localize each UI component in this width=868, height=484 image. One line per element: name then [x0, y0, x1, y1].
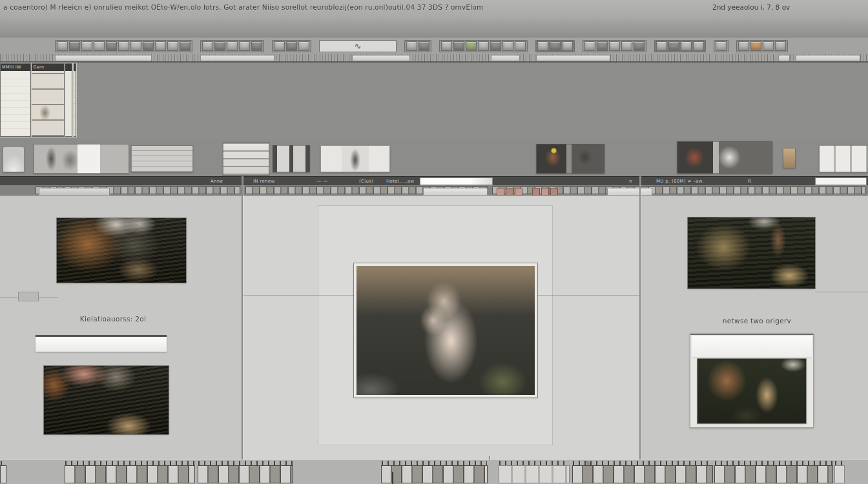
bottom-filmstrip-segment[interactable]	[198, 465, 293, 483]
tool-button[interactable]	[466, 41, 477, 51]
tool-button[interactable]	[738, 41, 749, 51]
tool-button[interactable]	[118, 41, 129, 51]
tool-button[interactable]	[274, 41, 285, 51]
tool-button[interactable]	[537, 41, 548, 51]
sub-thumbnail[interactable]	[536, 144, 604, 174]
left-input-strip[interactable]	[36, 335, 167, 352]
tool-button[interactable]	[286, 41, 297, 51]
tool-button[interactable]	[167, 41, 178, 51]
tab-label[interactable]: Anne	[211, 179, 223, 184]
toolbar-field[interactable]	[778, 55, 790, 61]
tool-button[interactable]	[130, 41, 141, 51]
tool-button[interactable]	[69, 41, 80, 51]
tool-button[interactable]	[775, 41, 786, 51]
left-handle[interactable]	[18, 292, 39, 301]
sub-thumbnail[interactable]	[34, 144, 129, 174]
panel-divider-left[interactable]	[242, 176, 243, 484]
tab-label[interactable]: MU p. (60M) ≠ –aw.	[656, 179, 704, 184]
tab-label[interactable]: IN renew	[253, 179, 274, 184]
tool-button[interactable]	[634, 41, 645, 51]
panel-toolbar-button[interactable]	[550, 188, 558, 196]
right-card-photo[interactable]	[698, 359, 806, 423]
tool-button[interactable]	[202, 41, 213, 51]
thumbnail-card[interactable]: MMIII IW	[0, 63, 31, 137]
panel-toolbar-button[interactable]	[39, 188, 110, 196]
menu-text-left[interactable]: a coaentoro) M rleeicn e) onrulieo meiko…	[3, 3, 483, 11]
tool-button[interactable]	[550, 41, 561, 51]
panel-toolbar-button[interactable]	[423, 188, 488, 196]
tool-button[interactable]	[716, 41, 727, 51]
bottom-filmstrip-segment[interactable]	[381, 465, 488, 483]
tool-button[interactable]	[406, 41, 417, 51]
sub-thumbnail[interactable]	[320, 145, 390, 172]
sub-thumbnail[interactable]	[677, 141, 772, 174]
tool-button[interactable]	[155, 41, 166, 51]
tool-button[interactable]	[681, 41, 692, 51]
tab-label[interactable]: n	[629, 179, 632, 184]
tool-button[interactable]	[239, 41, 250, 51]
tool-button[interactable]	[453, 41, 464, 51]
sub-thumbnail[interactable]	[3, 146, 25, 172]
panel-divider-right[interactable]	[639, 176, 641, 484]
sub-thumbnail[interactable]	[819, 145, 868, 172]
tab-label[interactable]: ·— —	[315, 179, 328, 184]
tool-button[interactable]	[621, 41, 632, 51]
toolbar-field[interactable]	[352, 55, 410, 61]
panel-toolbar-button[interactable]	[506, 188, 513, 196]
tool-button[interactable]	[693, 41, 704, 51]
panel-toolbar-button[interactable]	[541, 188, 549, 196]
panel-toolbar-button[interactable]	[607, 188, 652, 196]
sub-thumbnail[interactable]	[223, 142, 269, 176]
panel-toolbar-button[interactable]	[515, 188, 522, 196]
right-card[interactable]	[690, 334, 814, 428]
tool-button[interactable]	[750, 41, 761, 51]
toolbar-field[interactable]	[536, 55, 610, 61]
tool-button[interactable]	[227, 41, 238, 51]
tool-button[interactable]	[214, 41, 225, 51]
tool-button[interactable]	[656, 41, 667, 51]
tab-label[interactable]: Hotel.. ..aw	[386, 179, 414, 184]
sub-thumbnail[interactable]	[783, 148, 796, 168]
right-top-photo[interactable]	[688, 217, 815, 288]
tool-button[interactable]	[562, 41, 573, 51]
menu-text-right[interactable]: 2nd yeeaolou i, 7, 8 ov	[712, 3, 790, 11]
playhead-cursor[interactable]	[392, 472, 393, 484]
tool-button[interactable]	[763, 41, 774, 51]
bottom-filmstrip-segment[interactable]	[499, 465, 570, 483]
tool-button[interactable]	[478, 41, 489, 51]
left-bottom-photo[interactable]	[44, 366, 169, 434]
tool-button[interactable]	[502, 41, 513, 51]
tool-button[interactable]	[94, 41, 105, 51]
toolbar-field[interactable]	[796, 55, 860, 61]
tool-button[interactable]	[251, 41, 262, 51]
center-main-photo[interactable]	[354, 263, 537, 398]
sub-thumbnail[interactable]	[131, 145, 193, 172]
bottom-filmstrip-segment[interactable]	[572, 465, 713, 483]
bottom-filmstrip-segment[interactable]	[834, 465, 845, 483]
sub-thumbnail[interactable]	[273, 145, 310, 172]
tool-button[interactable]	[81, 41, 92, 51]
tool-button[interactable]	[441, 41, 452, 51]
tool-button[interactable]	[597, 41, 608, 51]
toolbar-field[interactable]	[200, 55, 274, 61]
bottom-filmstrip-segment[interactable]	[65, 465, 195, 483]
tool-button[interactable]	[180, 41, 191, 51]
tool-button[interactable]	[298, 41, 309, 51]
tool-button[interactable]	[609, 41, 620, 51]
bottom-filmstrip-segment[interactable]	[714, 465, 833, 483]
toolbar-field[interactable]	[491, 55, 520, 61]
tab-label[interactable]: (Cius)	[359, 179, 373, 184]
toolbar-field[interactable]	[55, 55, 152, 61]
tab-label[interactable]: R.	[748, 179, 752, 184]
tool-button[interactable]	[418, 41, 429, 51]
search-field[interactable]	[815, 177, 867, 185]
tool-button[interactable]	[515, 41, 526, 51]
panel-toolbar-button[interactable]	[532, 188, 540, 196]
tool-button[interactable]	[668, 41, 679, 51]
tool-button[interactable]	[57, 41, 68, 51]
bottom-filmstrip-segment[interactable]	[0, 465, 6, 483]
tool-button[interactable]	[490, 41, 501, 51]
left-top-photo[interactable]	[57, 218, 186, 283]
panel-toolbar-button[interactable]	[497, 188, 504, 196]
sub-thumbnail[interactable]	[551, 148, 557, 154]
